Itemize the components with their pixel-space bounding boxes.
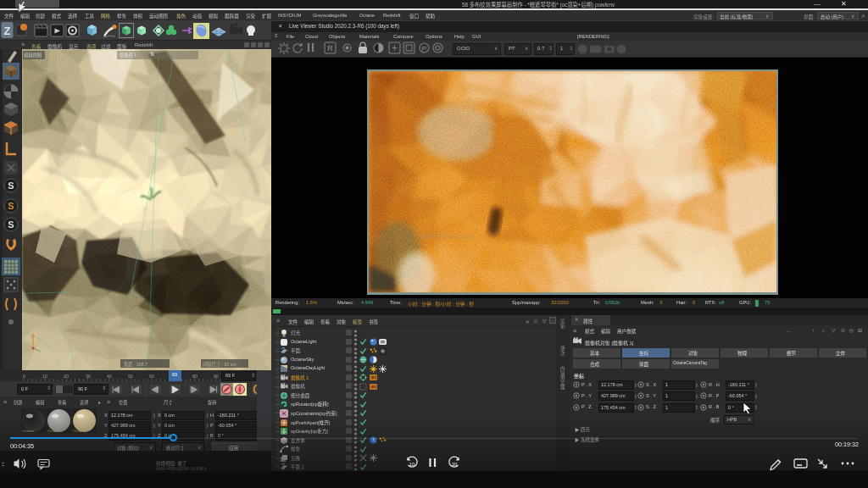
svg-text:Z: Z	[4, 25, 11, 37]
svg-text:S: S	[8, 219, 14, 230]
svg-text:S: S	[8, 180, 14, 191]
svg-text:10: 10	[409, 462, 415, 467]
svg-text:P: P	[422, 45, 426, 53]
svg-text:R: R	[327, 44, 333, 53]
svg-text:30: 30	[452, 462, 458, 467]
svg-text:S: S	[8, 201, 14, 211]
